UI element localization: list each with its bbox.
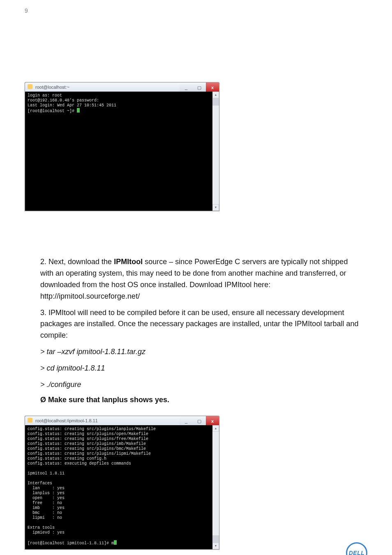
terminal-titlebar: root@localhost:~ _ ▢ x [25, 83, 219, 92]
terminal-title: root@localhost:~ [35, 85, 69, 90]
note-bullet: Ø [40, 396, 46, 404]
terminal-titlebar: root@localhost:/ipmitool-1.8.11 _ ▢ x [25, 416, 219, 425]
close-button[interactable]: x [206, 416, 219, 425]
terminal-line: config.status: creating src/plugins/free… [28, 437, 148, 441]
terminal-line: lanplus : yes [28, 491, 65, 495]
scroll-up-button[interactable]: ▴ [212, 92, 219, 98]
terminal-line: lan : yes [28, 486, 65, 491]
window-controls: _ ▢ x [180, 83, 219, 92]
terminal-line: config.status: creating src/plugins/imb/… [28, 442, 146, 446]
terminal-line: lipmi : no [28, 516, 62, 520]
terminal-line: imb : yes [28, 506, 65, 510]
step-3: 3. IPMItool will need to be compiled bef… [40, 307, 359, 342]
maximize-button[interactable]: ▢ [193, 83, 206, 92]
close-button[interactable]: x [206, 83, 219, 92]
terminal-cursor [77, 108, 80, 113]
step2-label: 2. [40, 258, 46, 266]
step2-url: http://ipmitool.sourceforge.net/ [40, 292, 140, 300]
note-lanplus: Ø Make sure that lanplus shows yes. [40, 396, 367, 404]
step3-cmd-1: > tar –xzvf ipmitool-1.8.11.tar.gz [40, 346, 359, 358]
scrollbar[interactable]: ▴ ▾ [212, 425, 219, 549]
terminal-line: [root@localhost ipmitool-1.8.11]# m [28, 541, 114, 546]
terminal-line: free : no [28, 501, 62, 505]
step-2: 2. Next, download the IPMItool source – … [40, 256, 359, 302]
terminal-line: login as: root [28, 93, 62, 98]
scrollbar[interactable]: ▴ ▾ [212, 92, 219, 211]
step3-cmd-3: > ./configure [40, 379, 359, 391]
scroll-track[interactable] [212, 432, 219, 543]
terminal-line: ipmitool 1.8.11 [28, 471, 65, 476]
window-controls: _ ▢ x [180, 416, 219, 425]
terminal-line: config.status: creating src/plugins/open… [28, 432, 148, 436]
terminal-line: Interfaces [28, 481, 52, 486]
terminal-line: config.status: creating config.h [28, 456, 106, 461]
terminal-line: open : yes [28, 496, 65, 500]
terminal-output-1[interactable]: login as: root root@192.168.0.48's passw… [25, 92, 212, 211]
terminal-line: config.status: creating src/plugins/lipm… [28, 451, 151, 456]
maximize-button[interactable]: ▢ [193, 416, 206, 425]
page-number: 9 [25, 7, 28, 14]
terminal-window-1: root@localhost:~ _ ▢ x login as: root ro… [25, 82, 219, 211]
step3-label: 3. [40, 309, 46, 317]
terminal-cursor [114, 540, 117, 545]
terminal-line: config.status: creating src/plugins/lanp… [28, 427, 156, 431]
terminal-title: root@localhost:/ipmitool-1.8.11 [35, 418, 98, 423]
dell-logo-text: DELL [349, 550, 365, 555]
terminal-line: root@192.168.0.48's password: [28, 98, 99, 103]
terminal-line: config.status: creating src/plugins/bmc/… [28, 447, 146, 451]
step3-cmd-2: > cd ipmitool-1.8.11 [40, 363, 359, 374]
step3-text: IPMItool will need to be compiled before… [40, 309, 358, 340]
figure-putty-login: root@localhost:~ _ ▢ x login as: root ro… [25, 82, 367, 211]
step2-bold-ipmitool: IPMItool [114, 258, 143, 266]
terminal-line: config.status: executing depfiles comman… [28, 461, 131, 466]
scroll-track[interactable] [212, 98, 219, 204]
putty-icon [28, 84, 32, 89]
terminal-line: Last login: Wed Apr 27 10:51:45 2011 [28, 103, 116, 108]
scroll-thumb[interactable] [212, 535, 219, 543]
scroll-down-button[interactable]: ▾ [212, 204, 219, 211]
step2-pre: Next, download the [48, 258, 114, 266]
scroll-up-button[interactable]: ▴ [212, 425, 219, 432]
terminal-line: Extra tools [28, 525, 55, 530]
terminal-window-2: root@localhost:/ipmitool-1.8.11 _ ▢ x co… [25, 416, 219, 550]
note-text: Make sure that lanplus shows yes. [46, 396, 169, 404]
minimize-button[interactable]: _ [180, 416, 193, 425]
scroll-down-button[interactable]: ▾ [212, 543, 219, 549]
terminal-output-2[interactable]: config.status: creating src/plugins/lanp… [25, 425, 212, 549]
body-text: 2. Next, download the IPMItool source – … [25, 256, 367, 404]
minimize-button[interactable]: _ [180, 83, 193, 92]
scroll-thumb[interactable] [212, 98, 219, 106]
terminal-line: [root@localhost ~]# [28, 109, 77, 113]
terminal-line: ipmievd : yes [28, 530, 65, 535]
terminal-line: bmc : no [28, 511, 62, 515]
putty-icon [28, 418, 32, 423]
figure-configure-output: root@localhost:/ipmitool-1.8.11 _ ▢ x co… [25, 416, 367, 550]
